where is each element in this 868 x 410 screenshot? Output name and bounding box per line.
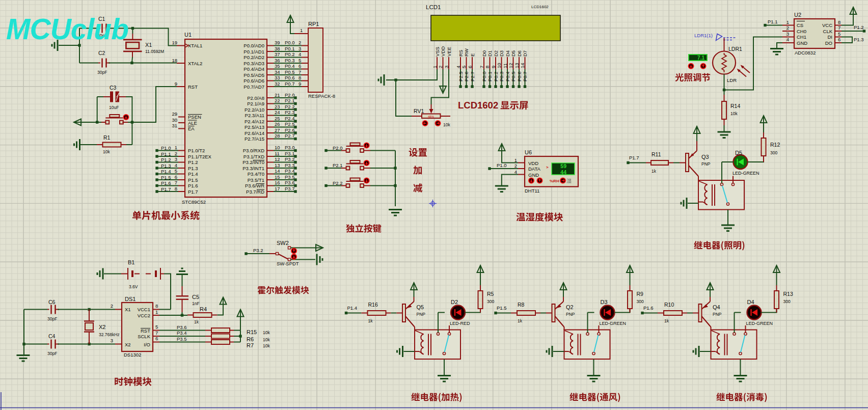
svg-text:5: 5 <box>838 31 840 37</box>
svg-text:37: 37 <box>275 51 280 57</box>
svg-text:8: 8 <box>175 186 177 192</box>
svg-text:RST: RST <box>188 84 198 90</box>
svg-text:6: 6 <box>299 63 301 69</box>
svg-text:D6: D6 <box>517 50 522 57</box>
svg-text:18: 18 <box>172 58 177 63</box>
svg-text:Q5: Q5 <box>417 304 424 310</box>
svg-text:3: 3 <box>786 31 789 37</box>
svg-text:P1.5: P1.5 <box>497 305 507 311</box>
svg-text:P1.5: P1.5 <box>161 175 171 180</box>
svg-text:23: 23 <box>275 104 280 110</box>
svg-text:P1.7: P1.7 <box>188 189 198 195</box>
svg-text:P3.5: P3.5 <box>285 174 295 180</box>
svg-text:P3.5: P3.5 <box>177 336 187 342</box>
svg-text:P2.6: P2.6 <box>464 71 469 81</box>
svg-text:GND: GND <box>528 172 539 178</box>
svg-text:R5: R5 <box>487 291 494 297</box>
svg-text:CH1: CH1 <box>797 34 806 40</box>
svg-text:D3: D3 <box>601 299 608 305</box>
svg-text:35: 35 <box>275 63 280 69</box>
svg-text:LDR1(1): LDR1(1) <box>694 33 713 38</box>
svg-text:P0.7: P0.7 <box>522 71 528 81</box>
svg-text:P2.1: P2.1 <box>333 162 343 168</box>
svg-text:10k: 10k <box>730 111 738 116</box>
svg-text:RST: RST <box>141 328 150 334</box>
svg-text:DHT11: DHT11 <box>525 188 539 194</box>
svg-text:2: 2 <box>786 25 789 31</box>
svg-text:RW: RW <box>464 48 469 57</box>
svg-text:33: 33 <box>275 75 280 80</box>
svg-text:ADC0832: ADC0832 <box>795 50 816 56</box>
svg-text:PNP: PNP <box>566 312 575 317</box>
svg-text:32: 32 <box>275 81 280 87</box>
svg-text:2: 2 <box>111 303 113 309</box>
svg-text:P2.3: P2.3 <box>285 110 295 115</box>
svg-text:P2.5: P2.5 <box>458 71 464 81</box>
svg-text:P0.0: P0.0 <box>481 71 487 81</box>
svg-text:P1.2: P1.2 <box>161 157 171 162</box>
svg-text:R6: R6 <box>247 336 254 342</box>
svg-text:P3.1/TXD: P3.1/TXD <box>243 154 264 159</box>
svg-text:P2.0: P2.0 <box>285 92 295 98</box>
svg-text:29: 29 <box>172 111 177 117</box>
svg-text:C5: C5 <box>192 294 199 300</box>
svg-text:10k: 10k <box>263 330 270 335</box>
svg-text:8: 8 <box>484 66 490 68</box>
svg-text:5: 5 <box>299 58 301 63</box>
svg-text:VCC2: VCC2 <box>138 313 150 318</box>
svg-text:13: 13 <box>275 162 280 168</box>
svg-text:P1.6: P1.6 <box>161 180 171 186</box>
svg-text:P1.6: P1.6 <box>643 305 654 311</box>
svg-text:P1.5: P1.5 <box>188 177 198 183</box>
svg-text:P1.3: P1.3 <box>161 163 171 169</box>
svg-text:LED-GREEN: LED-GREEN <box>733 171 760 176</box>
svg-text:P2.1: P2.1 <box>285 98 295 103</box>
svg-text:DATA: DATA <box>528 166 541 172</box>
svg-text:U1: U1 <box>184 32 192 38</box>
svg-text:11: 11 <box>502 63 508 68</box>
svg-text:6: 6 <box>467 66 473 68</box>
svg-text:P3.6: P3.6 <box>177 324 187 330</box>
svg-text:P2.0: P2.0 <box>333 145 343 151</box>
svg-text:P0.3: P0.3 <box>499 71 504 81</box>
svg-text:P2.2: P2.2 <box>285 104 295 110</box>
svg-text:I/O: I/O <box>144 342 150 347</box>
svg-text:P2.1/A9: P2.1/A9 <box>247 101 264 106</box>
svg-text:R11: R11 <box>652 151 661 157</box>
svg-text:1k: 1k <box>664 318 669 323</box>
svg-text:R15: R15 <box>247 329 257 335</box>
svg-text:C2: C2 <box>98 50 105 56</box>
svg-text:P1.0: P1.0 <box>161 145 171 151</box>
svg-text:P2.2: P2.2 <box>333 180 343 186</box>
svg-text:P2.7: P2.7 <box>285 133 295 139</box>
svg-text:MCUclub: MCUclub <box>6 13 128 45</box>
svg-text:P0.5: P0.5 <box>285 69 295 75</box>
svg-text:27: 27 <box>275 127 280 133</box>
svg-text:C3: C3 <box>110 85 117 91</box>
svg-text:P0.2/AD2: P0.2/AD2 <box>243 54 264 60</box>
svg-text:5: 5 <box>155 324 158 330</box>
svg-text:13: 13 <box>514 63 520 68</box>
svg-text:30pF: 30pF <box>97 70 107 75</box>
svg-text:LED-RED: LED-RED <box>450 321 470 326</box>
svg-text:39: 39 <box>275 40 280 45</box>
svg-text:7: 7 <box>479 66 484 68</box>
svg-text:300: 300 <box>770 150 777 155</box>
svg-text:D2: D2 <box>493 50 499 57</box>
svg-text:14: 14 <box>275 168 280 174</box>
svg-text:P2.7/A15: P2.7/A15 <box>245 136 264 142</box>
svg-text:3: 3 <box>175 156 177 162</box>
svg-text:30pF: 30pF <box>47 351 57 356</box>
svg-text:RESPACK-8: RESPACK-8 <box>308 93 335 99</box>
svg-text:D5: D5 <box>735 150 742 156</box>
svg-text:P0.5/AD5: P0.5/AD5 <box>243 72 264 78</box>
svg-text:LED-GREEN: LED-GREEN <box>600 321 627 326</box>
svg-text:D1: D1 <box>487 50 493 57</box>
svg-text:P0.4/AD4: P0.4/AD4 <box>243 66 264 72</box>
svg-text:P1.1: P1.1 <box>161 151 171 157</box>
svg-text:P3.6: P3.6 <box>285 180 295 185</box>
svg-text:1k: 1k <box>652 169 657 174</box>
svg-text:VDD: VDD <box>440 46 446 57</box>
svg-text:DS1302: DS1302 <box>124 352 141 358</box>
svg-text:D4: D4 <box>747 299 754 305</box>
